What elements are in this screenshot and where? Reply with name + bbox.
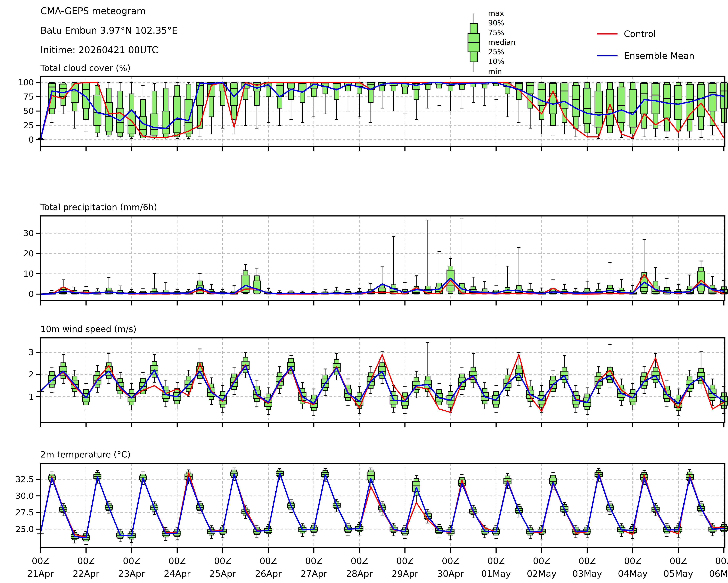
- svg-text:100: 100: [18, 78, 34, 87]
- svg-text:25.0: 25.0: [16, 525, 34, 534]
- svg-text:02May: 02May: [527, 568, 556, 579]
- panel-1-yaxis: 3020100: [23, 228, 41, 299]
- svg-text:04May: 04May: [618, 568, 648, 579]
- svg-text:00Z: 00Z: [715, 556, 728, 566]
- svg-text:05May: 05May: [664, 568, 693, 579]
- panel-0-yaxis: 1007550250: [18, 78, 41, 145]
- panel-3: 32.530.027.525.0: [16, 463, 728, 553]
- boxplot-legend-label-1: 90%: [488, 19, 504, 27]
- svg-text:24Apr: 24Apr: [164, 568, 191, 579]
- panel-0: 1007550250: [18, 77, 728, 151]
- svg-text:50: 50: [23, 106, 34, 116]
- svg-text:25Apr: 25Apr: [209, 568, 236, 579]
- svg-text:00Z: 00Z: [305, 556, 322, 566]
- meteogram-chart: 1007550250302010032132.530.027.525.000Z2…: [0, 0, 728, 583]
- svg-text:23Apr: 23Apr: [118, 568, 145, 579]
- svg-text:3: 3: [29, 348, 34, 357]
- svg-text:1: 1: [29, 392, 34, 402]
- svg-text:30.0: 30.0: [16, 491, 34, 501]
- panel-2-yaxis: 321: [29, 348, 41, 402]
- panel-2-xticks: [41, 422, 724, 427]
- svg-text:28Apr: 28Apr: [346, 568, 373, 579]
- svg-text:00Z: 00Z: [123, 556, 140, 566]
- panel-0-xticks: [41, 146, 724, 151]
- svg-text:00Z: 00Z: [32, 556, 49, 566]
- svg-text:30: 30: [23, 228, 34, 238]
- svg-text:75: 75: [23, 92, 34, 101]
- boxplot-legend-label-4: 25%: [488, 48, 504, 56]
- panel-2: 321: [29, 338, 728, 427]
- svg-text:00Z: 00Z: [670, 556, 687, 566]
- boxplot-legend-label-6: min: [488, 67, 502, 76]
- svg-text:00Z: 00Z: [442, 556, 459, 566]
- svg-text:00Z: 00Z: [396, 556, 414, 566]
- svg-text:00Z: 00Z: [260, 556, 277, 566]
- svg-text:20: 20: [23, 249, 34, 258]
- svg-text:29Apr: 29Apr: [392, 568, 418, 579]
- svg-text:00Z: 00Z: [533, 556, 550, 566]
- x-axis-labels: 00Z21Apr00Z22Apr00Z23Apr00Z24Apr00Z25Apr…: [27, 556, 728, 579]
- svg-text:00Z: 00Z: [168, 556, 186, 566]
- svg-text:06May: 06May: [709, 568, 728, 579]
- panel-3-xticks: [41, 548, 724, 553]
- svg-text:00Z: 00Z: [214, 556, 231, 566]
- svg-text:00Z: 00Z: [624, 556, 642, 566]
- svg-text:01May: 01May: [481, 568, 511, 579]
- boxplot-legend-label-2: 75%: [488, 28, 504, 37]
- boxplot-legend: max90%75%median25%10%min: [468, 9, 516, 76]
- svg-text:00Z: 00Z: [578, 556, 596, 566]
- svg-text:2: 2: [29, 370, 34, 379]
- svg-text:27Apr: 27Apr: [301, 568, 327, 579]
- panel-1: 3020100: [23, 216, 728, 305]
- panel-3-yaxis: 32.530.027.525.0: [16, 475, 41, 534]
- svg-text:27.5: 27.5: [16, 508, 34, 517]
- svg-text:25: 25: [23, 121, 34, 130]
- boxplot-legend-label-3: median: [488, 38, 516, 47]
- svg-text:0: 0: [29, 135, 34, 145]
- svg-text:00Z: 00Z: [487, 556, 505, 566]
- svg-text:03May: 03May: [572, 568, 602, 579]
- meteogram-page: { "header": { "title_line1": "CMA-GEPS m…: [0, 0, 728, 583]
- svg-text:0: 0: [29, 289, 34, 299]
- svg-text:00Z: 00Z: [77, 556, 95, 566]
- svg-text:00Z: 00Z: [351, 556, 368, 566]
- boxplot-legend-label-5: 10%: [488, 57, 504, 66]
- boxplot-legend-label-0: max: [488, 9, 504, 18]
- panel-1-xticks: [41, 300, 724, 305]
- svg-text:10: 10: [23, 269, 34, 278]
- svg-text:21Apr: 21Apr: [27, 568, 54, 579]
- svg-text:22Apr: 22Apr: [73, 568, 100, 579]
- svg-text:30Apr: 30Apr: [437, 568, 464, 579]
- svg-text:26Apr: 26Apr: [255, 568, 282, 579]
- svg-text:32.5: 32.5: [16, 475, 34, 484]
